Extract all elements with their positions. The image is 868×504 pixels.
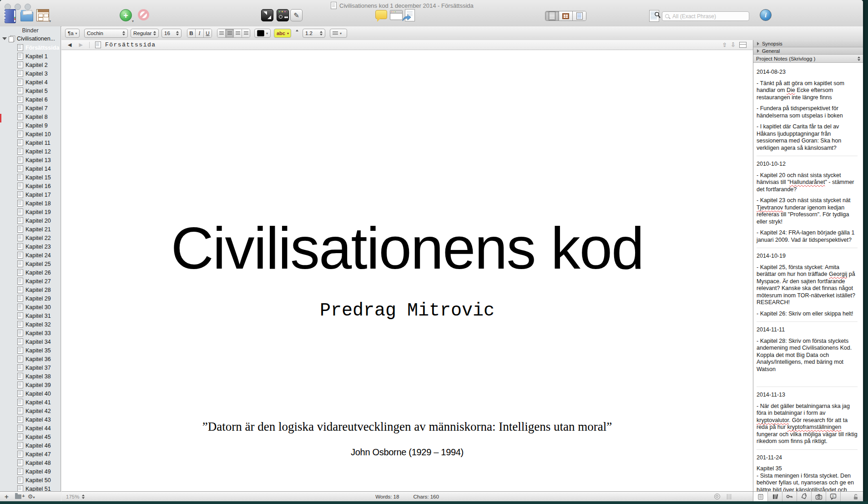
disclosure-triangle-icon[interactable] xyxy=(2,37,7,40)
binder-item-kapitel-7[interactable]: Kapitel 7 xyxy=(0,104,61,112)
binder-item-kapitel-11[interactable]: Kapitel 11 xyxy=(0,138,61,147)
notes-tab-button[interactable] xyxy=(753,492,768,501)
binder-item-kapitel-5[interactable]: Kapitel 5 xyxy=(0,87,61,95)
binder-item-kapitel-31[interactable]: Kapitel 31 xyxy=(0,311,61,320)
binder-item-kapitel-30[interactable]: Kapitel 30 xyxy=(0,303,61,311)
binder-item-kapitel-42[interactable]: Kapitel 42 xyxy=(0,407,61,415)
editor-page[interactable]: Civilisationens kod Predrag Mitrovic ”Da… xyxy=(61,50,753,491)
binder-item-kapitel-6[interactable]: Kapitel 6 xyxy=(0,95,61,104)
project-notes-text[interactable]: 2014-08-23- Tänkt på att göra om kapitle… xyxy=(753,63,863,491)
binder-item-kapitel-48[interactable]: Kapitel 48 xyxy=(0,458,61,467)
general-section-header[interactable]: General xyxy=(753,47,863,55)
binder-item-kapitel-25[interactable]: Kapitel 25 xyxy=(0,260,61,268)
add-document-button[interactable]: + xyxy=(5,493,9,500)
inspector-info-button[interactable]: i xyxy=(760,9,772,21)
binder-item-kapitel-21[interactable]: Kapitel 21 xyxy=(0,225,61,234)
binder-item-försättssida[interactable]: Försättssida xyxy=(0,43,61,52)
add-dropdown-arrow[interactable]: ▾ xyxy=(132,19,134,23)
comments-tab-button[interactable]: n. xyxy=(826,492,841,501)
binder-item-kapitel-47[interactable]: Kapitel 47 xyxy=(0,450,61,458)
line-spacing-dropdown[interactable]: 1.2 xyxy=(303,29,325,38)
binder-item-kapitel-8[interactable]: Kapitel 8 xyxy=(0,112,61,121)
binder-item-kapitel-45[interactable]: Kapitel 45 xyxy=(0,433,61,441)
font-size-dropdown[interactable]: 16 xyxy=(161,29,182,38)
back-button[interactable]: ◀ xyxy=(68,42,71,48)
binder-item-kapitel-40[interactable]: Kapitel 40 xyxy=(0,389,61,398)
underline-button[interactable]: U xyxy=(204,29,212,37)
binder-item-kapitel-22[interactable]: Kapitel 22 xyxy=(0,234,61,242)
italic-button[interactable]: I xyxy=(196,29,204,37)
binder-item-kapitel-13[interactable]: Kapitel 13 xyxy=(0,156,61,164)
split-editor-icon[interactable] xyxy=(739,42,747,48)
layouts-icon[interactable] xyxy=(36,9,49,21)
binder-item-kapitel-37[interactable]: Kapitel 37 xyxy=(0,363,61,372)
binder-item-kapitel-20[interactable]: Kapitel 20 xyxy=(0,216,61,225)
view-mode-document[interactable] xyxy=(545,11,559,20)
keywords-hud-button[interactable] xyxy=(277,9,289,21)
binder-item-kapitel-36[interactable]: Kapitel 36 xyxy=(0,355,61,363)
edit-pencil-button[interactable]: ✎ xyxy=(290,9,303,21)
binder-item-kapitel-3[interactable]: Kapitel 3 xyxy=(0,69,61,78)
layouts-dropdown-arrow[interactable]: ▾ xyxy=(49,19,51,23)
binder-item-kapitel-16[interactable]: Kapitel 16 xyxy=(0,182,61,190)
binder-item-kapitel-1[interactable]: Kapitel 1 xyxy=(0,52,61,61)
binder-item-kapitel-9[interactable]: Kapitel 9 xyxy=(0,121,61,130)
project-search-icon[interactable] xyxy=(649,10,659,22)
binder-item-kapitel-2[interactable]: Kapitel 2 xyxy=(0,61,61,69)
forward-button[interactable]: ▶ xyxy=(79,42,82,48)
next-document-arrow[interactable]: ⇩ xyxy=(731,41,736,48)
disclosure-triangle-icon[interactable] xyxy=(757,42,759,46)
binder-item-kapitel-19[interactable]: Kapitel 19 xyxy=(0,208,61,216)
binder-item-kapitel-4[interactable]: Kapitel 4 xyxy=(0,78,61,87)
custom-metadata-tab-button[interactable] xyxy=(797,492,812,501)
disclosure-triangle-icon[interactable] xyxy=(757,49,759,53)
binder-toggle-icon[interactable] xyxy=(5,9,16,23)
binder-item-kapitel-14[interactable]: Kapitel 14 xyxy=(0,164,61,173)
align-justify-button[interactable] xyxy=(242,29,250,37)
binder-item-kapitel-15[interactable]: Kapitel 15 xyxy=(0,173,61,182)
binder-item-kapitel-49[interactable]: Kapitel 49 xyxy=(0,467,61,476)
binder-item-kapitel-24[interactable]: Kapitel 24 xyxy=(0,251,61,260)
wrap-panel-button[interactable] xyxy=(390,10,403,20)
lock-button[interactable] xyxy=(853,492,858,501)
binder-item-kapitel-17[interactable]: Kapitel 17 xyxy=(0,190,61,199)
synopsis-section-header[interactable]: Synopsis xyxy=(753,40,863,47)
references-tab-button[interactable] xyxy=(768,492,782,501)
highlight-dropdown[interactable]: abc ▾ xyxy=(274,29,291,38)
list-dropdown[interactable]: ▾ xyxy=(330,29,347,38)
binder-item-kapitel-23[interactable]: Kapitel 23 xyxy=(0,242,61,251)
view-mode-corkboard[interactable] xyxy=(559,11,573,20)
binder-item-kapitel-12[interactable]: Kapitel 12 xyxy=(0,147,61,156)
zoom-window-button[interactable] xyxy=(25,4,31,10)
project-notes-dropdown[interactable]: Project Notes (Skrivlogg ) xyxy=(753,55,863,63)
binder-item-kapitel-50[interactable]: Kapitel 50 xyxy=(0,476,61,484)
compile-share-button[interactable] xyxy=(405,9,415,21)
text-color-well[interactable]: ▾ xyxy=(254,29,271,38)
binder-item-kapitel-28[interactable]: Kapitel 28 xyxy=(0,285,61,294)
binder-item-kapitel-18[interactable]: Kapitel 18 xyxy=(0,199,61,208)
search-field[interactable] xyxy=(662,11,749,21)
compose-fullscreen-button[interactable] xyxy=(261,9,273,21)
trash-no-entry-button[interactable] xyxy=(138,9,149,20)
gear-menu-button[interactable]: ⚙▾ xyxy=(28,493,35,500)
typewriter-focus-icon[interactable] xyxy=(714,494,720,499)
align-right-button[interactable] xyxy=(234,29,242,37)
binder-item-kapitel-33[interactable]: Kapitel 33 xyxy=(0,329,61,337)
binder-item-kapitel-43[interactable]: Kapitel 43 xyxy=(0,415,61,424)
add-item-button[interactable]: + xyxy=(120,9,132,21)
align-left-button[interactable] xyxy=(217,29,226,37)
binder-item-kapitel-35[interactable]: Kapitel 35 xyxy=(0,346,61,355)
search-input[interactable] xyxy=(671,13,746,20)
font-dropdown[interactable]: Cochin xyxy=(84,29,128,38)
snapshots-tab-button[interactable] xyxy=(812,492,826,501)
add-folder-button[interactable] xyxy=(15,494,21,499)
binder-item-kapitel-39[interactable]: Kapitel 39 xyxy=(0,381,61,389)
align-center-button[interactable] xyxy=(226,29,234,37)
binder-item-kapitel-34[interactable]: Kapitel 34 xyxy=(0,337,61,346)
binder-item-kapitel-41[interactable]: Kapitel 41 xyxy=(0,398,61,407)
resize-grip-icon[interactable] xyxy=(727,494,731,499)
binder-item-kapitel-44[interactable]: Kapitel 44 xyxy=(0,424,61,433)
binder-item-kapitel-29[interactable]: Kapitel 29 xyxy=(0,294,61,303)
binder-item-kapitel-46[interactable]: Kapitel 46 xyxy=(0,441,61,450)
bold-button[interactable]: B xyxy=(187,29,196,37)
